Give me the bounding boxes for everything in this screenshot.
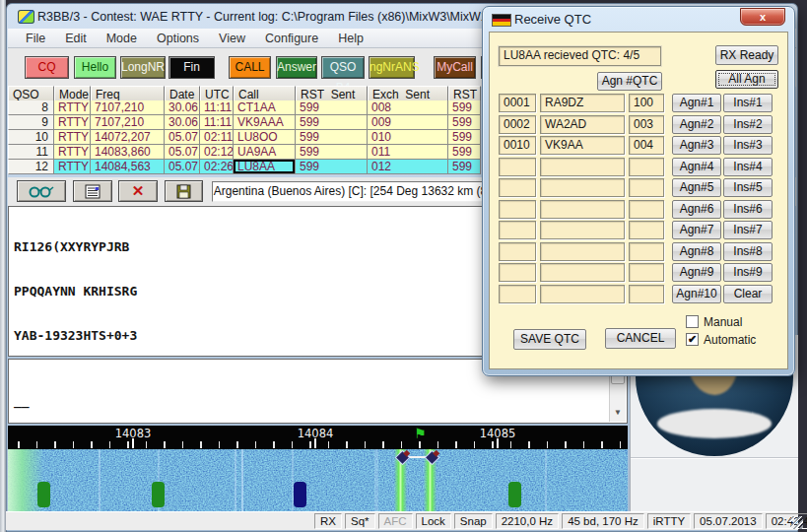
rx-ready-button[interactable]: RX Ready — [715, 45, 778, 65]
agn-6-button[interactable]: Agn#6 — [672, 200, 721, 219]
agn-9-button[interactable]: Agn#9 — [672, 263, 721, 282]
qtc-call-field[interactable] — [540, 178, 625, 197]
log-cell-call[interactable]: VK9AAA — [234, 115, 296, 130]
macro-button-mycall[interactable]: MyCall — [434, 56, 476, 79]
status-snap[interactable]: Snap — [454, 513, 493, 529]
ins-4-button[interactable]: Ins#4 — [723, 158, 773, 176]
tuning-flag-icon[interactable]: ⚑ — [414, 426, 427, 441]
log-cell-date[interactable]: 30.06. — [165, 115, 200, 130]
qtc-serial-field[interactable] — [629, 178, 664, 197]
log-cell-rst-sent[interactable]: 599 — [296, 145, 368, 160]
log-cell-utc[interactable]: 02:11 — [200, 130, 234, 145]
qsl-letter-button[interactable] — [73, 180, 112, 202]
qtc-call-field[interactable] — [540, 285, 625, 303]
log-cell-rst-rcvd[interactable]: 599 — [448, 145, 481, 160]
agn-8-button[interactable]: Agn#8 — [672, 242, 721, 261]
qtc-header-field[interactable]: LU8AA recieved QTC: 4/5 — [499, 46, 661, 66]
macro-button-longnr[interactable]: LongNR — [120, 56, 166, 79]
log-cell-exch-sent[interactable]: 008 — [368, 100, 448, 115]
log-cell-utc[interactable]: 02:12 — [200, 145, 234, 160]
macro-button-call[interactable]: CALL — [229, 56, 271, 79]
log-cell-freq[interactable]: 14072,207 — [91, 130, 165, 145]
ins-1-button[interactable]: Ins#1 — [723, 94, 773, 112]
log-cell-freq[interactable]: 7107,210 — [91, 100, 165, 115]
station-blob[interactable] — [152, 482, 165, 507]
log-cell-qso[interactable]: 8 — [8, 100, 54, 115]
qtc-num-field[interactable] — [499, 221, 536, 239]
qtc-serial-field[interactable]: 003 — [629, 115, 664, 134]
ins-2-button[interactable]: Ins#2 — [723, 115, 773, 134]
log-cell-qso[interactable]: 9 — [8, 115, 54, 130]
macro-button-ngnrans[interactable]: ngNrANS — [369, 56, 415, 79]
log-cell-call-selected[interactable]: LU8AA — [234, 160, 296, 174]
qtc-call-field[interactable] — [540, 221, 625, 239]
log-cell-exch-sent[interactable]: 009 — [368, 115, 448, 130]
log-cell-rst-sent[interactable]: 599 — [296, 160, 368, 174]
agn-3-button[interactable]: Agn#3 — [672, 136, 721, 155]
menu-item-file[interactable]: File — [16, 32, 55, 45]
qtc-serial-field[interactable] — [629, 158, 664, 176]
macro-button-cq[interactable]: CQ — [25, 56, 69, 79]
log-cell-rst-rcvd[interactable]: 599 — [448, 115, 481, 130]
log-cell-freq[interactable]: 14084,563 — [91, 160, 165, 174]
agn-7-button[interactable]: Agn#7 — [672, 221, 721, 239]
agn-4-button[interactable]: Agn#4 — [672, 158, 721, 176]
log-cell-mode[interactable]: RTTY — [54, 160, 91, 174]
ins-5-button[interactable]: Ins#5 — [723, 178, 773, 197]
log-cell-mode[interactable]: RTTY — [54, 130, 91, 145]
waterfall-display[interactable]: 14083 14084 14085 ⚑ — [8, 426, 628, 511]
receive-qtc-dialog[interactable]: Receive QTC x LU8AA recieved QTC: 4/5 RX… — [482, 6, 795, 376]
delete-qso-button[interactable]: ✕ — [118, 180, 158, 202]
automatic-checkbox[interactable]: ✔ — [686, 333, 699, 346]
agn-5-button[interactable]: Agn#5 — [672, 178, 721, 197]
review-glasses-button[interactable] — [17, 180, 66, 202]
status-lock[interactable]: Lock — [416, 513, 451, 529]
close-icon[interactable]: x — [740, 8, 785, 26]
macro-button-hello[interactable]: Hello — [74, 56, 116, 79]
log-cell-exch-sent[interactable]: 012 — [368, 160, 448, 174]
manual-checkbox[interactable] — [686, 315, 699, 328]
qtc-serial-field[interactable] — [629, 263, 664, 282]
clear-button[interactable]: Clear — [723, 285, 773, 303]
ins-7-button[interactable]: Ins#7 — [723, 221, 773, 239]
ins-3-button[interactable]: Ins#3 — [723, 136, 773, 155]
log-cell-call[interactable]: LU8OO — [234, 130, 296, 145]
log-cell-rst-sent[interactable]: 599 — [296, 115, 368, 130]
qtc-serial-field[interactable] — [629, 221, 664, 239]
status-mode[interactable]: iRTTY — [647, 513, 691, 529]
qtc-serial-field[interactable] — [629, 285, 664, 303]
agn-10-button[interactable]: Agn#10 — [672, 285, 721, 303]
qtc-call-field[interactable]: RA9DZ — [540, 94, 625, 112]
log-cell-rst-rcvd[interactable]: 599 — [448, 160, 481, 174]
menu-item-help[interactable]: Help — [328, 32, 373, 45]
menu-item-view[interactable]: View — [209, 32, 255, 45]
save-button[interactable] — [165, 180, 203, 202]
macro-button-qsob4[interactable]: QSO B4 — [321, 56, 365, 79]
qtc-call-field[interactable] — [540, 263, 625, 282]
log-cell-date[interactable]: 05.07. — [165, 145, 200, 160]
status-afc[interactable]: AFC — [378, 513, 413, 529]
log-cell-mode[interactable]: RTTY — [54, 100, 91, 115]
log-cell-freq[interactable]: 14083,860 — [91, 145, 165, 160]
qtc-num-field[interactable] — [499, 263, 536, 282]
log-cell-date[interactable]: 30.06. — [165, 100, 200, 115]
qtc-call-field[interactable] — [540, 242, 625, 261]
qtc-serial-field[interactable] — [629, 200, 664, 219]
menu-item-configure[interactable]: Configure — [255, 32, 328, 45]
station-blob[interactable] — [37, 482, 50, 507]
log-cell-rst-sent[interactable]: 599 — [296, 130, 368, 145]
station-blob[interactable] — [294, 482, 306, 507]
qtc-num-field[interactable]: 0002 — [499, 115, 536, 134]
qtc-call-field[interactable] — [540, 158, 625, 176]
station-blob[interactable] — [508, 482, 521, 507]
resize-grip[interactable] — [790, 516, 803, 529]
log-cell-call[interactable]: UA9AA — [234, 145, 296, 160]
qtc-call-field[interactable]: VK9AA — [540, 136, 625, 155]
agn-qtc-button[interactable]: Agn #QTC — [597, 72, 662, 91]
log-cell-date[interactable]: 05.07. — [165, 160, 200, 174]
save-qtc-button[interactable]: SAVE QTC — [513, 329, 586, 350]
log-cell-qso[interactable]: 10 — [8, 130, 54, 145]
log-cell-utc[interactable]: 11:11 — [200, 100, 234, 115]
log-cell-qso[interactable]: 11 — [8, 145, 54, 160]
spectrogram[interactable] — [8, 449, 628, 511]
